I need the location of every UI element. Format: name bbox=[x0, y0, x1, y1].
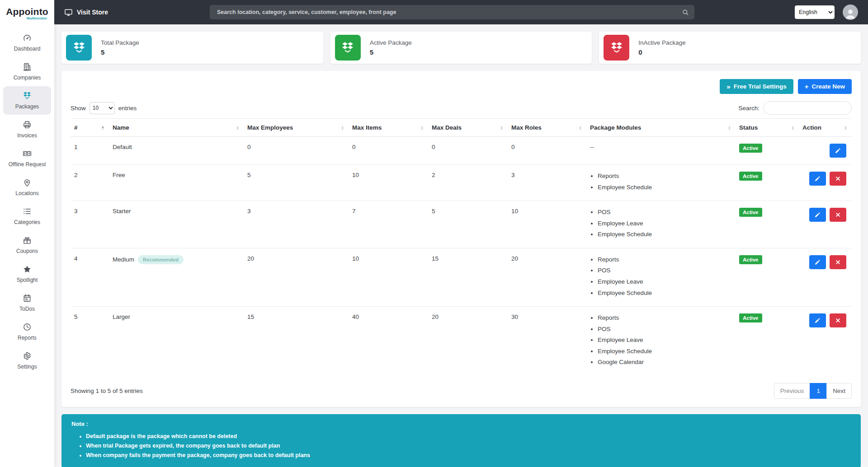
sidebar-item-coupons[interactable]: Coupons bbox=[3, 231, 51, 259]
column-header-package-modules[interactable]: Package Modules▲▼ bbox=[586, 119, 736, 137]
sidebar-item-label: Dashboard bbox=[14, 46, 41, 52]
search-submit-button[interactable] bbox=[678, 6, 693, 19]
module-list: POSEmployee LeaveEmployee Schedule bbox=[590, 208, 732, 239]
cell-modules: POSEmployee LeaveEmployee Schedule bbox=[586, 201, 736, 248]
column-header-action[interactable]: Action▲▼ bbox=[799, 119, 852, 137]
cell-max-items: 10 bbox=[349, 165, 428, 201]
pagination-page-1[interactable]: 1 bbox=[810, 383, 827, 399]
column-header-max-roles[interactable]: Max Roles▲▼ bbox=[508, 119, 586, 137]
locations-icon bbox=[23, 178, 32, 187]
delete-button[interactable] bbox=[830, 208, 846, 222]
cell-max-items: 40 bbox=[349, 307, 428, 376]
sort-icons: ▲▼ bbox=[579, 125, 582, 130]
cell-max-roles: 30 bbox=[508, 307, 586, 376]
cell-modules: -- bbox=[586, 137, 736, 165]
package-name: Larger bbox=[113, 313, 130, 320]
sidebar-item-locations[interactable]: Locations bbox=[3, 173, 51, 201]
edit-button[interactable] bbox=[809, 172, 826, 186]
table-footer: Showing 1 to 5 of 5 entries Previous 1 N… bbox=[71, 383, 852, 399]
table-header: #▲▼Name▲▼Max Employees▲▼Max Items▲▼Max D… bbox=[71, 119, 852, 137]
sidebar-item-todos[interactable]: ToDos bbox=[3, 289, 51, 317]
sidebar-item-invoices[interactable]: Invoices bbox=[3, 115, 51, 144]
column-label: Package Modules bbox=[590, 124, 641, 131]
delete-button[interactable] bbox=[830, 313, 846, 327]
module-item: POS bbox=[598, 208, 732, 217]
panel-actions: » Free Trial Settings + Create New bbox=[71, 79, 852, 94]
column-header-max-deals[interactable]: Max Deals▲▼ bbox=[428, 119, 508, 137]
sidebar-item-categories[interactable]: Categories bbox=[3, 202, 51, 230]
column-header-num[interactable]: #▲▼ bbox=[71, 119, 109, 137]
spotlight-icon bbox=[23, 265, 32, 274]
edit-button[interactable] bbox=[809, 313, 826, 327]
cell-name: Default bbox=[109, 137, 244, 165]
sidebar-item-label: Categories bbox=[14, 219, 40, 225]
note-list: Default package is the package which can… bbox=[71, 433, 851, 458]
pagination-next[interactable]: Next bbox=[826, 383, 852, 399]
global-search-input[interactable] bbox=[210, 5, 694, 19]
table-search-input[interactable] bbox=[763, 101, 852, 115]
cell-max-items: 0 bbox=[349, 137, 428, 165]
sidebar-item-label: ToDos bbox=[19, 306, 35, 312]
sidebar-item-packages[interactable]: Packages bbox=[3, 86, 51, 115]
free-trial-settings-button[interactable]: » Free Trial Settings bbox=[720, 79, 793, 94]
package-name: Starter bbox=[113, 208, 131, 215]
categories-icon bbox=[23, 207, 32, 216]
module-item: Reports bbox=[598, 255, 732, 264]
module-item: Employee Schedule bbox=[598, 347, 732, 356]
action-buttons bbox=[802, 208, 848, 222]
sidebar-item-reports[interactable]: Reports bbox=[3, 318, 51, 346]
module-item: Google Calendar bbox=[598, 358, 732, 367]
edit-button[interactable] bbox=[809, 255, 826, 269]
cell-max-deals: 15 bbox=[428, 248, 508, 306]
cell-action bbox=[799, 201, 852, 248]
action-buttons bbox=[802, 255, 848, 269]
stat-text: Active Package5 bbox=[370, 39, 412, 56]
package-box-icon bbox=[66, 35, 92, 61]
todos-icon bbox=[23, 294, 32, 303]
sidebar-item-offline-request[interactable]: Offline Request bbox=[3, 144, 51, 173]
cell-name: MediumRecommended bbox=[109, 248, 244, 306]
language-select[interactable]: English bbox=[795, 5, 835, 19]
pagination-previous[interactable]: Previous bbox=[774, 383, 811, 399]
delete-button[interactable] bbox=[830, 255, 846, 269]
sidebar-item-dashboard[interactable]: Dashboard bbox=[3, 28, 51, 57]
note-item: When trial Package gets expired, the com… bbox=[86, 443, 851, 449]
sidebar-item-spotlight[interactable]: Spotlight bbox=[3, 260, 51, 288]
action-buttons bbox=[802, 172, 848, 186]
brand-tagline: Multivendor bbox=[27, 16, 47, 20]
entries-label: entries bbox=[118, 105, 137, 112]
note-title: Note : bbox=[71, 420, 851, 427]
column-header-name[interactable]: Name▲▼ bbox=[109, 119, 244, 137]
cell-action bbox=[799, 165, 852, 201]
brand-logo[interactable]: Appointo Multivendor bbox=[0, 0, 54, 24]
avatar[interactable] bbox=[843, 5, 858, 20]
sidebar-item-settings[interactable]: Settings bbox=[3, 346, 51, 375]
sidebar-item-label: Coupons bbox=[16, 248, 38, 254]
column-header-max-employees[interactable]: Max Employees▲▼ bbox=[244, 119, 349, 137]
coupons-icon bbox=[23, 236, 32, 245]
page-length-select[interactable]: 10 bbox=[90, 102, 115, 114]
sort-icons: ▲▼ bbox=[728, 125, 731, 130]
edit-button[interactable] bbox=[830, 144, 846, 158]
stat-value: 5 bbox=[370, 48, 412, 56]
sort-icons: ▲▼ bbox=[791, 125, 794, 130]
sort-icons: ▲▼ bbox=[341, 125, 344, 130]
package-name: Default bbox=[113, 144, 132, 150]
visit-store-link[interactable]: Visit Store bbox=[64, 8, 108, 17]
module-list: ReportsPOSEmployee LeaveEmployee Schedul… bbox=[590, 255, 732, 297]
column-header-status[interactable]: Status▲▼ bbox=[736, 119, 799, 137]
edit-button[interactable] bbox=[809, 208, 826, 222]
pagination: Previous 1 Next bbox=[774, 383, 852, 399]
cell-action bbox=[799, 137, 852, 165]
stat-value: 0 bbox=[638, 48, 685, 56]
sidebar-item-companies[interactable]: Companies bbox=[3, 57, 51, 86]
companies-icon bbox=[23, 62, 32, 71]
create-new-button[interactable]: + Create New bbox=[798, 79, 852, 94]
cell-max-deals: 20 bbox=[428, 307, 508, 376]
note-item: When company fails the payment the packa… bbox=[86, 452, 851, 458]
table-row: 3Starter37510POSEmployee LeaveEmployee S… bbox=[71, 201, 852, 248]
column-header-max-items[interactable]: Max Items▲▼ bbox=[349, 119, 428, 137]
delete-button[interactable] bbox=[830, 172, 846, 186]
table-search-label: Search: bbox=[738, 105, 760, 112]
action-buttons bbox=[802, 313, 848, 327]
